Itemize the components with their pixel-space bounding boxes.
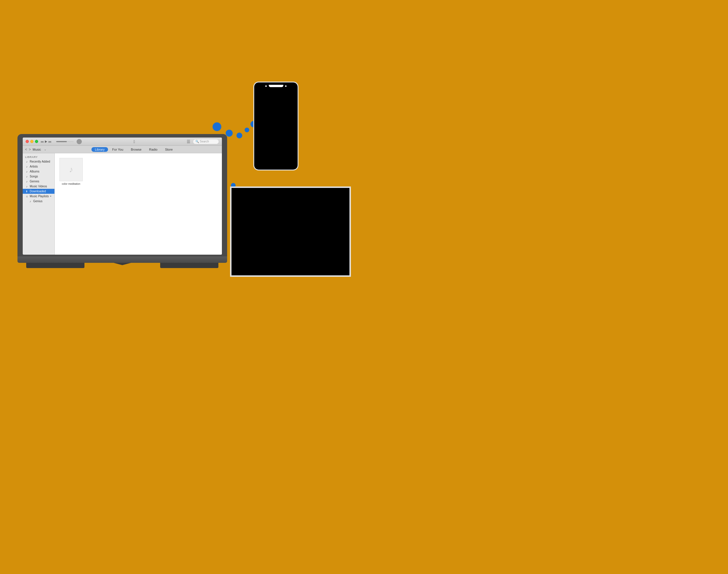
rewind-button[interactable]: ⏮	[41, 140, 44, 144]
nav-chevron-icon: ⌄	[44, 148, 46, 151]
forward-button[interactable]: >	[29, 148, 31, 152]
sidebar-item-genius[interactable]: ♪ Genius	[23, 199, 54, 204]
music-videos-icon: ♪	[25, 185, 29, 188]
volume-slider[interactable]	[56, 141, 74, 142]
sidebar-item-albums[interactable]: ♪ Albums	[23, 169, 54, 174]
itunes-navbar: < > Music ⌄ Library For You Browse Radio…	[23, 146, 222, 153]
itunes-titlebar: ⏮ ▶ ⏭  ☰ 🔍 Search	[23, 137, 222, 146]
itunes-main: Library ♪ Recently Added ♪ Artists ♪ Alb…	[23, 153, 222, 255]
playlists-icon: ♫	[25, 195, 29, 198]
itunes-content: ♪ color meditation	[55, 153, 222, 255]
music-label: Music	[33, 148, 41, 151]
sidebar-item-songs-label: Songs	[30, 175, 38, 178]
phone-screen	[254, 82, 298, 170]
playback-controls: ⏮ ▶ ⏭	[41, 139, 51, 144]
downloaded-icon: ⬇	[25, 190, 29, 193]
laptop: ⏮ ▶ ⏭  ☰ 🔍 Search < > Music ⌄	[17, 134, 227, 263]
laptop-foot-right	[160, 263, 218, 268]
sidebar-item-music-videos[interactable]: ♪ Music Videos	[23, 184, 54, 189]
sidebar-item-downloaded[interactable]: ⬇ Downloaded	[23, 189, 54, 194]
album-art-note-icon: ♪	[69, 165, 73, 174]
sidebar-item-artists-label: Artists	[30, 165, 38, 168]
songs-icon: ♪	[25, 175, 29, 178]
sidebar-item-genius-label: Genius	[33, 200, 43, 203]
tablet-body	[230, 187, 351, 277]
search-bar[interactable]: 🔍 Search	[193, 139, 219, 144]
sidebar-section-library: Library	[23, 155, 54, 159]
fast-forward-button[interactable]: ⏭	[48, 140, 51, 144]
sidebar-item-recently-added-label: Recently Added	[30, 160, 50, 163]
sidebar-item-music-videos-label: Music Videos	[30, 185, 47, 188]
itunes-sidebar: Library ♪ Recently Added ♪ Artists ♪ Alb…	[23, 153, 55, 255]
sidebar-item-artists[interactable]: ♪ Artists	[23, 164, 54, 169]
sidebar-item-downloaded-label: Downloaded	[30, 190, 46, 193]
sidebar-item-genres-label: Genres	[30, 180, 39, 183]
tab-library[interactable]: Library	[91, 147, 108, 152]
phone-body	[253, 82, 299, 170]
album-item-color-meditation[interactable]: ♪ color meditation	[59, 158, 83, 186]
laptop-base	[17, 256, 227, 263]
user-avatar[interactable]	[77, 139, 82, 144]
search-placeholder: Search	[200, 140, 209, 143]
list-view-icon[interactable]: ☰	[187, 139, 190, 144]
laptop-screen: ⏮ ▶ ⏭  ☰ 🔍 Search < > Music ⌄	[23, 137, 222, 255]
tab-for-you[interactable]: For You	[108, 147, 127, 152]
sidebar-item-recently-added[interactable]: ♪ Recently Added	[23, 159, 54, 164]
search-icon: 🔍	[195, 140, 199, 143]
traffic-lights	[26, 140, 38, 143]
sidebar-item-songs[interactable]: ♪ Songs	[23, 174, 54, 179]
tablet	[230, 187, 351, 277]
minimize-button[interactable]	[30, 140, 34, 143]
connection-dot-1	[213, 122, 221, 131]
back-button[interactable]: <	[25, 148, 27, 152]
nav-tabs: Library For You Browse Radio Store	[48, 147, 220, 152]
close-button[interactable]	[26, 140, 29, 143]
laptop-hinge	[113, 263, 131, 265]
sidebar-playlists-label: Music Playlists	[30, 195, 49, 198]
tab-browse[interactable]: Browse	[127, 147, 145, 152]
recently-added-icon: ♪	[25, 160, 29, 163]
sidebar-item-albums-label: Albums	[30, 170, 39, 173]
tab-radio[interactable]: Radio	[146, 147, 161, 152]
play-button[interactable]: ▶	[45, 139, 47, 144]
laptop-foot-left	[26, 263, 84, 268]
sidebar-playlists-header[interactable]: ♫ Music Playlists ▾	[23, 194, 54, 199]
apple-logo: 	[82, 139, 187, 144]
phone-camera-right-icon	[285, 85, 286, 87]
playlists-expand-icon: ▾	[50, 195, 51, 198]
phone-camera-left-icon	[265, 85, 267, 87]
tablet-screen	[231, 188, 350, 275]
connection-dot-3	[236, 132, 242, 138]
phone-notch	[269, 85, 283, 87]
maximize-button[interactable]	[35, 140, 38, 143]
connection-dot-4	[244, 128, 249, 132]
genius-icon: ♪	[29, 200, 32, 203]
sidebar-item-genres[interactable]: ♪ Genres	[23, 179, 54, 184]
laptop-screen-outer: ⏮ ▶ ⏭  ☰ 🔍 Search < > Music ⌄	[17, 134, 227, 256]
albums-icon: ♪	[25, 170, 29, 173]
genres-icon: ♪	[25, 180, 29, 183]
tab-store[interactable]: Store	[162, 147, 176, 152]
artists-icon: ♪	[25, 165, 29, 168]
album-art: ♪	[59, 158, 83, 181]
album-title: color meditation	[59, 182, 83, 186]
album-grid: ♪ color meditation	[59, 158, 217, 186]
phone	[253, 82, 299, 170]
